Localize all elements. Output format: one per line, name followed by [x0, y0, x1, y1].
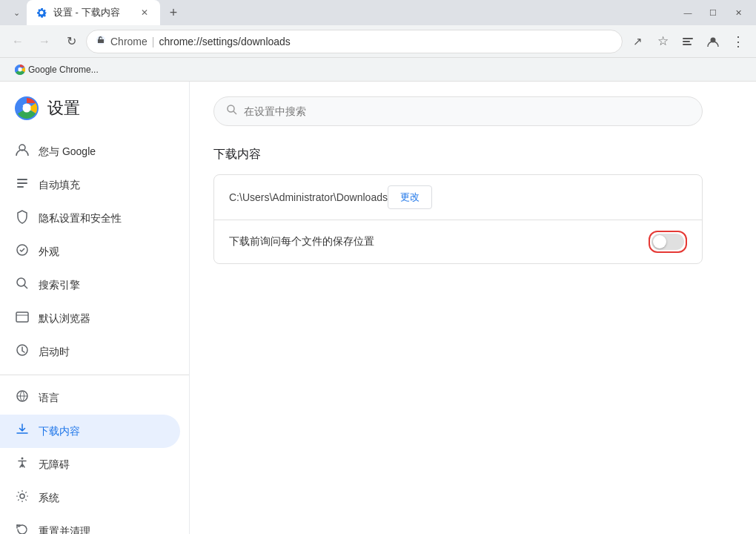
tab-title: 设置 - 下载内容 [53, 6, 120, 19]
nav-actions: ↗ ☆ ⋮ [626, 30, 750, 53]
svg-point-10 [23, 105, 31, 113]
sidebar-item-system[interactable]: 系统 [0, 481, 180, 515]
svg-point-22 [21, 458, 24, 460]
appearance-icon [15, 243, 30, 261]
sidebar-item-appearance[interactable]: 外观 [0, 235, 180, 268]
titlebar-controls: — ☐ ✕ [676, 4, 750, 22]
sidebar-item-autofill[interactable]: 自动填充 [0, 168, 180, 202]
forward-button[interactable]: → [33, 30, 56, 53]
svg-point-16 [17, 278, 25, 286]
startup-icon [15, 343, 30, 361]
tab-close-button[interactable]: ✕ [138, 6, 151, 19]
browser-icon [15, 309, 30, 328]
privacy-icon [15, 209, 30, 228]
ask-download-row: 下载前询问每个文件的保存位置 [214, 220, 702, 263]
sidebar-item-label-google: 您与 Google [39, 145, 96, 159]
tab-list-chevron[interactable]: ⌄ [6, 4, 27, 22]
download-path-text: C:\Users\Administrator\Downloads [229, 191, 388, 203]
sidebar-item-startup[interactable]: 启动时 [0, 335, 180, 369]
toggle-knob [653, 235, 666, 248]
sidebar-item-label-reset: 重置并清理 [39, 525, 90, 535]
sidebar-item-label-downloads: 下载内容 [39, 425, 80, 438]
bookmark-label: Google Chrome... [28, 65, 99, 75]
sidebar-item-accessibility[interactable]: 无障碍 [0, 448, 180, 481]
search-bar[interactable] [213, 96, 703, 126]
sidebar-item-google[interactable]: 您与 Google [0, 135, 180, 168]
share-button[interactable]: ↗ [626, 30, 649, 53]
bookmark-button[interactable]: ☆ [651, 30, 674, 53]
ask-toggle[interactable] [651, 234, 684, 250]
reset-icon [15, 522, 30, 534]
chrome-favicon-icon [15, 65, 25, 75]
sidebar-item-browser[interactable]: 默认浏览器 [0, 302, 180, 335]
downloads-icon [15, 422, 30, 441]
profile-button[interactable] [701, 30, 725, 53]
download-path-row: C:\Users\Administrator\Downloads 更改 [214, 175, 702, 220]
sidebar-header: 设置 [0, 88, 189, 135]
system-icon [15, 489, 30, 507]
sidebar-item-label-startup: 启动时 [39, 346, 70, 359]
tab-search-button[interactable] [676, 30, 700, 53]
sidebar-item-label-browser: 默认浏览器 [39, 312, 90, 326]
search-input[interactable] [244, 105, 690, 117]
content-area: 下载内容 C:\Users\Administrator\Downloads 更改… [190, 82, 756, 534]
svg-rect-14 [17, 186, 24, 188]
settings-page-title: 设置 [47, 97, 80, 119]
svg-rect-12 [17, 179, 27, 180]
sidebar-nav: 您与 Google 自动填充 隐私设置和安全性 外观 搜索引擎 默认浏览器 启动… [0, 135, 189, 534]
close-button[interactable]: ✕ [726, 4, 750, 22]
language-icon [15, 389, 30, 407]
svg-rect-13 [17, 182, 27, 184]
address-bar[interactable]: Chrome | chrome://settings/downloads [86, 30, 623, 53]
refresh-button[interactable]: ↻ [59, 30, 83, 53]
address-chrome: Chrome [110, 36, 147, 47]
sidebar-item-search[interactable]: 搜索引擎 [0, 268, 180, 302]
svg-line-28 [233, 111, 236, 114]
lock-icon [96, 35, 106, 47]
navbar: ← → ↻ Chrome | chrome://settings/downloa… [0, 25, 756, 58]
sidebar: 设置 您与 Google 自动填充 隐私设置和安全性 外观 搜索引擎 默认浏览器… [0, 82, 190, 534]
ask-label: 下载前询问每个文件的保存位置 [229, 235, 649, 248]
settings-card: C:\Users\Administrator\Downloads 更改 下载前询… [213, 174, 703, 264]
back-button[interactable]: ← [6, 30, 30, 53]
chrome-logo-icon [15, 96, 39, 120]
active-tab[interactable]: 设置 - 下载内容 ✕ [27, 0, 160, 25]
sidebar-inner: 设置 您与 Google 自动填充 隐私设置和安全性 外观 搜索引擎 默认浏览器… [0, 88, 189, 534]
settings-tab-icon [36, 7, 47, 19]
restore-button[interactable]: ☐ [701, 4, 725, 22]
address-url: chrome://settings/downloads [159, 36, 290, 47]
sidebar-item-label-autofill: 自动填充 [39, 179, 80, 192]
svg-point-27 [228, 105, 234, 112]
sidebar-item-privacy[interactable]: 隐私设置和安全性 [0, 202, 180, 235]
bookmarks-bar: Google Chrome... [0, 58, 756, 82]
sidebar-item-label-accessibility: 无障碍 [39, 458, 70, 472]
sidebar-item-label-system: 系统 [39, 492, 59, 505]
section-title: 下载内容 [213, 147, 732, 162]
search-icon [226, 104, 238, 119]
sidebar-item-language[interactable]: 语言 [0, 381, 180, 415]
sidebar-item-downloads[interactable]: 下载内容 [0, 415, 180, 448]
titlebar-left: ⌄ 设置 - 下载内容 ✕ + [6, 0, 184, 25]
svg-rect-18 [16, 312, 28, 322]
ask-toggle-container [649, 231, 687, 253]
autofill-icon [15, 176, 30, 194]
svg-rect-3 [683, 44, 692, 45]
accessibility-icon [15, 455, 30, 474]
address-separator: | [152, 36, 155, 47]
sidebar-item-label-language: 语言 [39, 392, 59, 405]
bookmark-google-chrome[interactable]: Google Chrome... [9, 62, 105, 78]
svg-rect-2 [683, 41, 690, 42]
sidebar-item-label-privacy: 隐私设置和安全性 [39, 212, 122, 225]
minimize-button[interactable]: — [676, 4, 700, 22]
menu-button[interactable]: ⋮ [726, 30, 750, 53]
main-layout: 设置 您与 Google 自动填充 隐私设置和安全性 外观 搜索引擎 默认浏览器… [0, 82, 756, 534]
titlebar: ⌄ 设置 - 下载内容 ✕ + — ☐ ✕ [0, 0, 756, 25]
sidebar-item-label-search: 搜索引擎 [39, 279, 80, 292]
new-tab-button[interactable]: + [163, 2, 184, 23]
svg-point-7 [19, 67, 22, 71]
svg-line-17 [24, 286, 28, 289]
google-icon [15, 142, 30, 161]
svg-rect-1 [683, 38, 693, 39]
sidebar-item-reset[interactable]: 重置并清理 [0, 515, 180, 534]
change-path-button[interactable]: 更改 [388, 185, 432, 209]
